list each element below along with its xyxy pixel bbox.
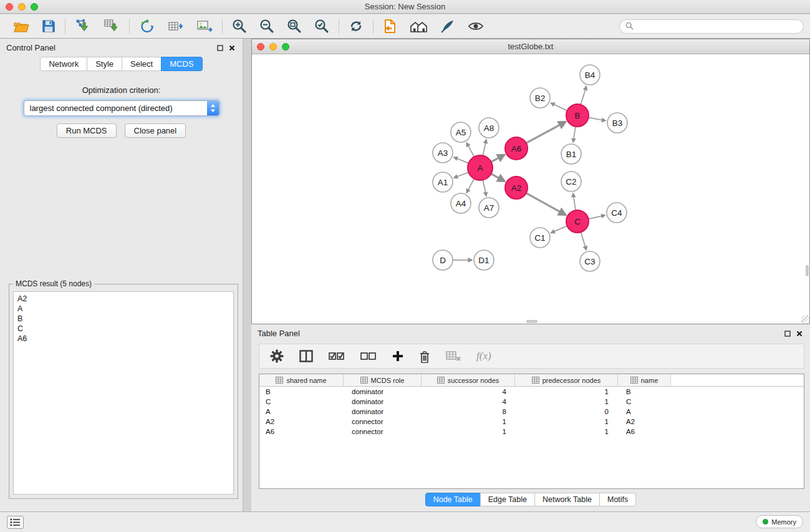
zoom-fit-icon[interactable] bbox=[287, 19, 302, 34]
graph-node-C4[interactable]: C4 bbox=[607, 203, 627, 223]
tab-network[interactable]: Network bbox=[40, 57, 87, 71]
table-cell[interactable]: dominator bbox=[344, 407, 422, 417]
graph-node-A[interactable]: A bbox=[468, 155, 493, 180]
column-header-mcds-role[interactable]: MCDS role bbox=[344, 374, 422, 386]
import-table-icon[interactable] bbox=[104, 19, 120, 34]
graph-edge-A6-B[interactable] bbox=[526, 122, 566, 143]
graph-edge-C-C2[interactable] bbox=[573, 193, 576, 210]
window-titlebar[interactable]: Session: New Session bbox=[0, 0, 810, 14]
export-image-icon[interactable] bbox=[196, 19, 213, 33]
mcds-result-item[interactable]: A2 bbox=[17, 294, 229, 304]
graph-edge-C-C4[interactable] bbox=[589, 215, 605, 219]
graph-node-A3[interactable]: A3 bbox=[433, 143, 453, 163]
network-window-titlebar[interactable]: testGlobe.txt bbox=[252, 39, 809, 54]
open-session-icon[interactable] bbox=[13, 19, 29, 33]
export-network-icon[interactable] bbox=[139, 19, 155, 34]
mcds-result-item[interactable]: C bbox=[17, 324, 229, 334]
graph-edge-B-B3[interactable] bbox=[589, 117, 606, 120]
mcds-result-item[interactable]: B bbox=[17, 314, 229, 324]
graph-node-B4[interactable]: B4 bbox=[580, 65, 600, 85]
graph-node-D[interactable]: D bbox=[433, 250, 453, 270]
graph-node-C[interactable]: C bbox=[566, 210, 589, 233]
graph-node-B[interactable]: B bbox=[566, 104, 589, 127]
table-row[interactable]: A2connector11A2 bbox=[259, 417, 804, 427]
tab-node-table[interactable]: Node Table bbox=[425, 493, 481, 506]
graph-edge-A-A4[interactable] bbox=[466, 179, 474, 193]
table-cell[interactable]: dominator bbox=[344, 387, 422, 397]
graph-edge-C-C1[interactable] bbox=[551, 226, 567, 233]
panel-selector-button[interactable] bbox=[7, 516, 24, 529]
graph-node-C2[interactable]: C2 bbox=[561, 172, 581, 191]
table-cell[interactable]: 0 bbox=[515, 407, 618, 417]
table-cell[interactable]: A6 bbox=[259, 427, 344, 437]
graph-node-C3[interactable]: C3 bbox=[580, 251, 600, 271]
float-panel-icon[interactable] bbox=[217, 45, 223, 51]
home-icon[interactable] bbox=[409, 19, 428, 33]
close-window-button[interactable] bbox=[6, 3, 13, 11]
graph-node-A8[interactable]: A8 bbox=[479, 118, 499, 138]
table-row[interactable]: Bdominator41B bbox=[259, 387, 804, 397]
add-row-icon[interactable] bbox=[392, 351, 403, 362]
graph-edge-A-A7[interactable] bbox=[483, 180, 486, 196]
mcds-result-item[interactable]: A6 bbox=[17, 334, 229, 344]
tab-motifs[interactable]: Motifs bbox=[599, 493, 636, 506]
table-float-panel-icon[interactable] bbox=[784, 331, 791, 337]
graph-edge-A-A1[interactable] bbox=[454, 172, 469, 178]
tab-style[interactable]: Style bbox=[87, 57, 122, 71]
graph-edge-A2-C[interactable] bbox=[526, 193, 566, 215]
graph-edge-B-B4[interactable] bbox=[581, 86, 586, 105]
export-table-icon[interactable] bbox=[168, 19, 184, 34]
search-box[interactable] bbox=[619, 19, 804, 34]
style-brush-icon[interactable] bbox=[440, 19, 455, 34]
table-cell[interactable]: B bbox=[259, 387, 344, 397]
zoom-out-icon[interactable] bbox=[259, 19, 274, 34]
table-cell[interactable]: A bbox=[259, 407, 344, 417]
graph-node-A5[interactable]: A5 bbox=[451, 122, 471, 142]
table-cell[interactable]: 1 bbox=[515, 427, 618, 437]
column-header-predecessor-nodes[interactable]: predecessor nodes bbox=[515, 374, 618, 386]
table-cell[interactable]: 1 bbox=[515, 387, 618, 397]
network-minimize-button[interactable] bbox=[269, 43, 277, 51]
table-cell[interactable]: B bbox=[618, 387, 671, 397]
show-hide-icon[interactable] bbox=[468, 21, 484, 32]
table-row[interactable]: Adominator80A bbox=[259, 407, 804, 417]
zoom-window-button[interactable] bbox=[31, 3, 38, 11]
network-canvas[interactable]: AA6A2BCA1A3A4A5A7A8B1B2B3B4C1C2C3C4DD1 bbox=[252, 54, 809, 324]
graph-node-A7[interactable]: A7 bbox=[479, 198, 499, 218]
function-builder-icon[interactable]: f(x) bbox=[476, 350, 491, 362]
delete-row-icon[interactable] bbox=[419, 350, 430, 363]
table-close-panel-icon[interactable] bbox=[796, 331, 803, 337]
zoom-selected-icon[interactable] bbox=[314, 19, 329, 34]
optimization-dropdown[interactable]: largest connected component (directed) bbox=[24, 100, 219, 116]
table-settings-icon[interactable] bbox=[270, 349, 284, 363]
graph-node-B2[interactable]: B2 bbox=[530, 88, 550, 108]
graph-edge-B-B1[interactable] bbox=[573, 127, 576, 142]
close-panel-button[interactable]: Close panel bbox=[125, 123, 186, 138]
graph-edge-C-C3[interactable] bbox=[581, 232, 586, 250]
horizontal-scrollbar-thumb[interactable] bbox=[526, 320, 538, 323]
graph-edge-A-A2[interactable] bbox=[491, 174, 505, 181]
new-network-icon[interactable] bbox=[383, 19, 397, 34]
graph-edge-B-B2[interactable] bbox=[551, 103, 567, 110]
tab-select[interactable]: Select bbox=[122, 57, 162, 71]
show-columns-icon[interactable] bbox=[299, 350, 313, 362]
delete-table-icon[interactable] bbox=[446, 351, 461, 362]
resize-grip[interactable] bbox=[801, 316, 809, 324]
column-header-name[interactable]: name bbox=[618, 374, 671, 386]
apply-layout-icon[interactable] bbox=[349, 19, 364, 34]
table-cell[interactable]: connector bbox=[344, 427, 422, 437]
graph-node-B1[interactable]: B1 bbox=[561, 144, 581, 164]
zoom-in-icon[interactable] bbox=[232, 19, 247, 34]
graph-node-B3[interactable]: B3 bbox=[607, 113, 627, 133]
graph-edge-A-A8[interactable] bbox=[483, 140, 486, 156]
table-cell[interactable]: 4 bbox=[422, 387, 515, 397]
table-cell[interactable]: A bbox=[618, 407, 671, 417]
tab-mcds[interactable]: MCDS bbox=[161, 57, 202, 71]
graph-node-A4[interactable]: A4 bbox=[451, 193, 471, 213]
tab-edge-table[interactable]: Edge Table bbox=[480, 493, 535, 506]
table-cell[interactable]: 4 bbox=[422, 397, 515, 407]
table-cell[interactable]: connector bbox=[344, 417, 422, 427]
table-cell[interactable]: A2 bbox=[259, 417, 344, 427]
table-cell[interactable]: A6 bbox=[618, 427, 671, 437]
mcds-result-item[interactable]: A bbox=[17, 304, 229, 314]
